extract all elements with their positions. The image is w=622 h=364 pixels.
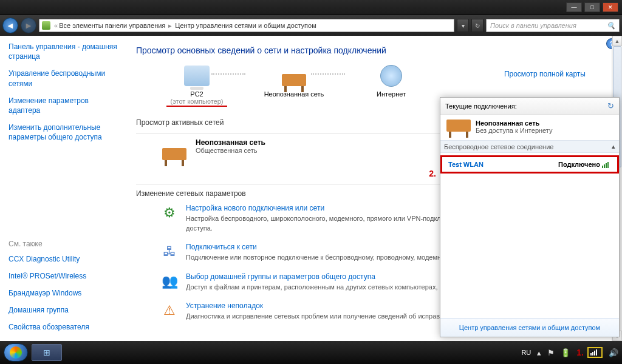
sidebar: Панель управления - домашняя страница Уп… [0, 36, 121, 341]
new-connection-icon: ⚙ [160, 204, 179, 222]
address-bar[interactable]: « Все элементы панели управления ▸ Центр… [39, 19, 454, 32]
tray-volume-icon[interactable]: 🔊 [609, 348, 618, 357]
flyout-footer-link[interactable]: Центр управления сетями и общим доступом [459, 324, 600, 331]
flyout-conn-sub: Без доступа к Интернету [476, 127, 553, 134]
pc-sub: (этот компьютер) [166, 98, 227, 107]
see-also-browser[interactable]: Свойства обозревателя [9, 322, 121, 332]
see-also-intel[interactable]: Intel® PROSet/Wireless [9, 271, 121, 281]
wlan-status: Подключено [558, 161, 600, 168]
tray-power-icon[interactable]: 🔋 [561, 348, 570, 357]
computer-icon [184, 66, 210, 86]
annotation-2: 2. [429, 169, 436, 178]
flyout-section-label: Беспроводное сетевое соединение [444, 143, 553, 150]
globe-icon [380, 65, 402, 87]
windows-logo-icon [10, 346, 22, 359]
flyout-header: Текущие подключения: [445, 103, 517, 110]
tray-action-center-icon[interactable]: ⚑ [547, 348, 555, 357]
task-desc: Диагностика и исправление сетевых пробле… [186, 312, 460, 321]
internet-label: Интернет [355, 90, 428, 98]
network-flyout: Текущие подключения: ↻ Неопознанная сеть… [440, 97, 620, 337]
annotation-1: 1. [576, 348, 584, 357]
taskbar: ⊞ RU ▴ ⚑ 🔋 1. 🔊 [0, 341, 622, 364]
control-panel-icon [42, 21, 50, 30]
breadcrumb-root[interactable]: Все элементы панели управления [59, 22, 165, 29]
search-icon: 🔍 [607, 22, 615, 30]
close-button[interactable]: ✕ [603, 2, 618, 12]
map-network: Неопознанная сеть [258, 64, 330, 98]
map-internet: Интернет [355, 64, 428, 98]
taskbar-app-control-panel[interactable]: ⊞ [32, 344, 62, 361]
troubleshoot-icon: ⚠ [160, 302, 179, 320]
search-input[interactable]: Поиск в панели управления 🔍 [486, 19, 620, 32]
breadcrumb-current[interactable]: Центр управления сетями и общим доступом [175, 22, 316, 29]
see-also-ccx[interactable]: CCX Diagnostic Utility [9, 254, 121, 264]
address-dropdown-button[interactable]: ▾ [457, 19, 469, 32]
active-net-name: Неопознанная сеть [196, 138, 265, 147]
minimize-button[interactable]: — [566, 2, 582, 12]
bench-icon [282, 74, 306, 86]
task-title[interactable]: Устранение неполадок [186, 302, 460, 310]
collapse-icon[interactable]: ▴ [612, 143, 615, 150]
bench-icon [446, 120, 471, 132]
flyout-conn-name: Неопознанная сеть [476, 120, 553, 127]
chevron-right-icon[interactable]: ▸ [168, 22, 172, 30]
window-titlebar: — □ ✕ [0, 0, 622, 15]
sidebar-link-wireless[interactable]: Управление беспроводными сетями [9, 69, 121, 88]
flyout-refresh-button[interactable]: ↻ [607, 101, 614, 110]
tray-show-hidden-icon[interactable]: ▴ [537, 348, 541, 357]
see-also-homegroup[interactable]: Домашняя группа [9, 305, 121, 315]
sidebar-link-adapter[interactable]: Изменение параметров адаптера [9, 96, 121, 115]
sidebar-link-sharing[interactable]: Изменить дополнительные параметры общего… [9, 123, 121, 142]
nav-toolbar: ◄ ► « Все элементы панели управления ▸ Ц… [0, 15, 622, 36]
forward-button: ► [21, 18, 36, 33]
system-tray: RU ▴ ⚑ 🔋 1. 🔊 [521, 347, 618, 358]
tray-network-icon[interactable] [587, 347, 603, 358]
map-this-pc: PC2 (этот компьютер) [160, 64, 233, 107]
bench-icon [162, 148, 186, 160]
homegroup-icon: 👥 [160, 272, 179, 291]
wlan-name: Test WLAN [448, 161, 484, 168]
back-button[interactable]: ◄ [2, 18, 18, 33]
active-net-type[interactable]: Общественная сеть [196, 147, 265, 154]
pc-name: PC2 [160, 90, 233, 98]
scroll-up-button[interactable]: ▲ [612, 36, 622, 46]
start-button[interactable] [4, 343, 28, 362]
refresh-button[interactable]: ↻ [471, 19, 484, 32]
wifi-signal-icon [602, 162, 609, 168]
wlan-item[interactable]: Test WLAN Подключено [440, 155, 619, 174]
maximize-button[interactable]: □ [584, 2, 600, 12]
search-placeholder: Поиск в панели управления [490, 22, 576, 29]
language-indicator[interactable]: RU [521, 349, 531, 356]
current-connection: Неопознанная сеть Без доступа к Интернет… [446, 120, 613, 134]
page-heading: Просмотр основных сведений о сети и наст… [136, 46, 610, 55]
connect-icon: 🖧 [160, 243, 179, 261]
see-also-header: См. также [9, 240, 121, 248]
see-also-firewall[interactable]: Брандмауэр Windows [9, 288, 121, 298]
sidebar-home-link[interactable]: Панель управления - домашняя страница [9, 42, 121, 61]
network-name: Неопознанная сеть [258, 90, 330, 98]
